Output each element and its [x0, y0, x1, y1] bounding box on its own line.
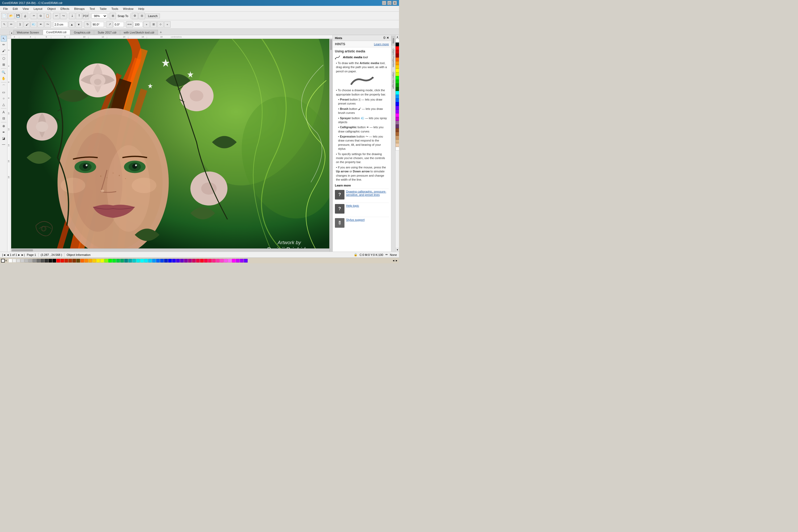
bottom-swatch[interactable] [28, 259, 32, 263]
color-swatch-990000[interactable] [396, 54, 399, 57]
restore-btn[interactable]: ◻ [387, 1, 392, 5]
no-fill-btn[interactable]: ✕ [5, 259, 7, 262]
color-swatch-884422[interactable] [396, 128, 399, 132]
bottom-swatch[interactable] [112, 259, 116, 263]
color-swatch-00ff00[interactable] [396, 76, 399, 80]
palette-scroll-down[interactable]: ▼ [396, 248, 399, 252]
artistic-media-btn[interactable]: 🖌 [1, 48, 7, 54]
bottom-swatch[interactable] [84, 259, 88, 263]
bottom-scroll-left[interactable]: ◄ [392, 259, 395, 262]
select-tool-btn[interactable]: ↖ [1, 36, 7, 41]
bottom-swatch[interactable] [108, 259, 112, 263]
color-swatch-0099ff[interactable] [396, 95, 399, 98]
print-btn[interactable]: 🖨 [22, 13, 28, 19]
bottom-swatch[interactable] [148, 259, 152, 263]
menu-view[interactable]: View [20, 7, 31, 11]
bottom-swatch[interactable] [204, 259, 208, 263]
menu-edit[interactable]: Edit [11, 7, 20, 11]
menu-effects[interactable]: Effects [58, 7, 71, 11]
color-swatch-663366[interactable] [396, 125, 399, 128]
brush-btn[interactable]: 🖌 [24, 21, 30, 28]
bottom-swatch[interactable] [156, 259, 160, 263]
layout-btn[interactable]: ⊟ [138, 13, 145, 19]
object-props-tab[interactable]: Object Properties [392, 47, 395, 69]
hint-help-link-3[interactable]: Stylus support [346, 218, 365, 221]
bottom-swatch[interactable] [236, 259, 240, 263]
connector-btn[interactable]: — [1, 141, 7, 147]
color-swatch-ffffff[interactable] [396, 147, 399, 151]
canvas-hscroll[interactable] [11, 248, 329, 252]
color-swatch-009900[interactable] [396, 83, 399, 87]
bottom-swatch[interactable] [104, 259, 108, 263]
bottom-swatch[interactable] [128, 259, 132, 263]
color-swatch-006600[interactable] [396, 87, 399, 91]
hand-btn[interactable]: ✋ [1, 76, 7, 81]
eyedropper-btn[interactable]: ✒ [1, 129, 7, 135]
bottom-swatch[interactable] [208, 259, 212, 263]
page-last-btn[interactable]: ►| [21, 253, 25, 256]
hint-help-link-2[interactable]: Help topic [346, 204, 359, 207]
minimize-btn[interactable]: ─ [382, 1, 386, 5]
bottom-swatch[interactable] [132, 259, 136, 263]
blend-btn[interactable]: ⊗ [1, 123, 7, 129]
menu-object[interactable]: Object [45, 7, 58, 11]
bottom-swatch[interactable] [188, 259, 192, 263]
zoom-select[interactable]: 98% 100% 50% [92, 13, 107, 19]
tab-graphics[interactable]: Graphics.cdr [71, 30, 94, 35]
text-btn[interactable]: A [1, 109, 7, 115]
close-btn[interactable]: ✕ [393, 1, 397, 5]
tool-mode-btn[interactable]: ↖ [1, 21, 7, 28]
export-btn[interactable]: ⤒ [76, 13, 82, 19]
options-btn[interactable]: ⚙ [132, 13, 138, 19]
color-swatch-ffcc00[interactable] [396, 65, 399, 69]
bottom-swatch[interactable] [96, 259, 100, 263]
size-up-btn[interactable]: ▲ [69, 21, 75, 28]
preset-btn[interactable]: ⟩| [17, 21, 23, 28]
scatter-btn[interactable]: ⊹ [157, 21, 164, 28]
crop-btn[interactable]: ⊞ [1, 62, 7, 68]
bottom-swatch[interactable] [76, 259, 80, 263]
bottom-swatch[interactable] [140, 259, 144, 263]
rotate-btn[interactable]: ↻ [84, 21, 91, 28]
bottom-swatch[interactable] [8, 259, 12, 263]
menu-table[interactable]: Table [98, 7, 109, 11]
zoom-btn[interactable]: 🔍 [1, 70, 7, 75]
bottom-swatch[interactable] [49, 259, 52, 263]
bottom-swatch[interactable] [184, 259, 188, 263]
table-btn[interactable]: ⊟ [1, 115, 7, 121]
bottom-swatch[interactable] [172, 259, 176, 263]
bottom-swatch[interactable] [36, 259, 40, 263]
new-btn[interactable]: 📄 [1, 13, 7, 19]
object-mgr-tab[interactable]: Object Manager [392, 70, 395, 91]
ellipse-btn[interactable]: ○ [1, 95, 7, 101]
bottom-swatch[interactable] [60, 259, 64, 263]
bottom-swatch[interactable] [72, 259, 76, 263]
add-btn[interactable]: + [144, 21, 150, 28]
copy-btn[interactable]: ⧉ [38, 13, 44, 19]
color-swatch-ff9900[interactable] [396, 61, 399, 65]
color-swatch-0066ff[interactable] [396, 98, 399, 102]
value-input[interactable] [133, 22, 143, 27]
sprayer-btn[interactable]: 💨 [31, 21, 37, 28]
bottom-swatch[interactable] [224, 259, 228, 263]
publish-pdf-btn[interactable]: PDF [83, 13, 89, 19]
hints-close-btn[interactable]: ✕ [386, 36, 389, 40]
help-icon-1[interactable]: ? [335, 190, 344, 200]
bottom-swatch[interactable] [220, 259, 224, 263]
angle2-btn[interactable]: ↗ [107, 21, 113, 28]
color-swatch-cc9966[interactable] [396, 136, 399, 139]
stylus-icon[interactable] [335, 218, 344, 228]
color-swatch-0000ff[interactable] [396, 102, 399, 106]
color-swatch-ccff00[interactable] [396, 72, 399, 76]
color-swatch-996699[interactable] [396, 121, 399, 125]
size-input[interactable] [53, 22, 68, 27]
page-next-btn[interactable]: ► [18, 253, 20, 256]
freehand-tool-btn[interactable]: ✏ [1, 42, 7, 48]
snap-to-btn[interactable]: ⊞ [110, 13, 116, 19]
redo-btn[interactable]: ↪ [60, 13, 66, 19]
bottom-swatch[interactable] [64, 259, 68, 263]
bottom-swatch[interactable] [212, 259, 216, 263]
angle2-input[interactable] [113, 22, 124, 27]
color-swatch-00ffff[interactable] [396, 91, 399, 95]
menu-tools[interactable]: Tools [109, 7, 120, 11]
